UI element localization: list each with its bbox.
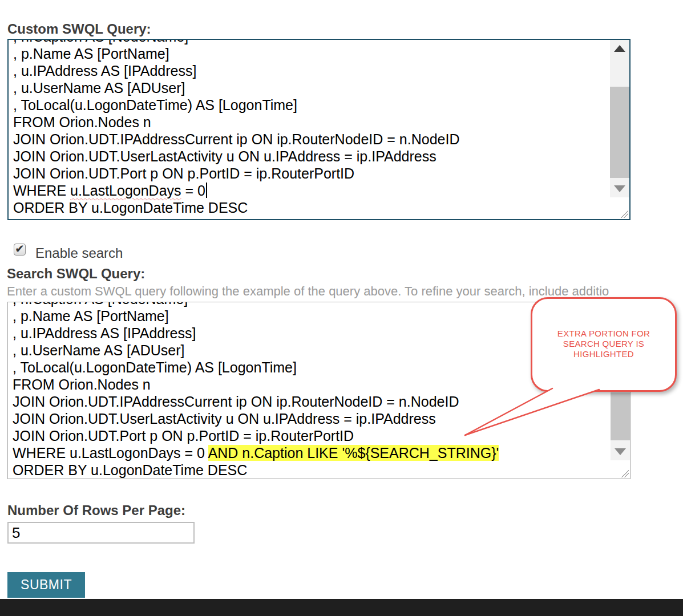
textarea-resize-corner[interactable]	[610, 197, 629, 219]
textarea-resize-corner[interactable]	[611, 460, 630, 479]
rows-per-page-heading: Number Of Rows Per Page:	[7, 502, 185, 518]
resize-grip-icon	[621, 469, 629, 477]
query-line: , ToLocal(u.LogonDateTime) AS [LogonTime…	[13, 359, 499, 376]
enable-search-checkbox[interactable]	[14, 244, 26, 256]
enable-search-label: Enable search	[35, 245, 123, 261]
callout-tail-icon	[456, 386, 611, 443]
query-line: FROM Orion.Nodes n	[13, 114, 459, 131]
query-line: FROM Orion.Nodes n	[13, 376, 499, 393]
custom-query-settings-page: Custom SWQL Query: , n.Caption AS [NodeN…	[0, 0, 683, 616]
query-line: WHERE u.LastLogonDays = 0	[13, 182, 459, 199]
query-line: , u.IPAddress AS [IPAddress]	[13, 325, 499, 342]
query-line: , p.Name AS [PortName]	[13, 45, 459, 62]
query-line: JOIN Orion.UDT.IPAddressCurrent ip ON ip…	[13, 131, 459, 148]
scroll-down-icon[interactable]	[610, 180, 629, 197]
resize-grip-icon	[620, 210, 628, 218]
submit-button[interactable]: SUBMIT	[7, 572, 85, 598]
scrollbar-thumb[interactable]	[611, 392, 630, 440]
custom-query-scrollbar[interactable]	[610, 40, 629, 197]
query-line: , n.Caption AS [NodeName]	[13, 39, 459, 45]
rows-per-page-input[interactable]	[7, 522, 195, 544]
spellcheck-underline: u.LastLogonDays	[70, 183, 181, 198]
query-line: , u.UserName AS [ADUser]	[13, 79, 459, 96]
search-string-highlight: AND n.Caption LIKE '%${SEARCH_STRING}'	[208, 445, 499, 461]
query-line: JOIN Orion.UDT.Port p ON p.PortID = ip.R…	[13, 427, 499, 444]
scroll-down-icon[interactable]	[611, 443, 630, 460]
search-query-text: , n.Caption AS [NodeName], p.Name AS [Po…	[13, 302, 499, 479]
query-line: JOIN Orion.UDT.UserLastActivity u ON u.I…	[13, 410, 499, 427]
query-line: JOIN Orion.UDT.IPAddressCurrent ip ON ip…	[13, 393, 499, 410]
custom-query-textarea[interactable]: , n.Caption AS [NodeName], p.Name AS [Po…	[7, 39, 631, 220]
text-caret	[206, 183, 207, 198]
query-line: , u.UserName AS [ADUser]	[13, 342, 499, 359]
callout-balloon: EXTRA PORTION FOR SEARCH QUERY IS HIGHLI…	[531, 297, 677, 392]
query-line: JOIN Orion.UDT.Port p ON p.PortID = ip.R…	[13, 165, 459, 182]
custom-query-heading: Custom SWQL Query:	[7, 21, 151, 37]
footer-bar	[0, 599, 683, 616]
query-line: ORDER BY u.LogonDateTime DESC	[13, 461, 499, 479]
query-line: , p.Name AS [PortName]	[13, 307, 499, 325]
query-line: ORDER BY u.LogonDateTime DESC	[13, 199, 459, 216]
scrollbar-thumb[interactable]	[610, 87, 629, 178]
callout-text: EXTRA PORTION FOR SEARCH QUERY IS HIGHLI…	[532, 299, 675, 359]
search-query-heading: Search SWQL Query:	[7, 266, 145, 282]
query-line: , ToLocal(u.LogonDateTime) AS [LogonTime…	[13, 96, 459, 114]
scroll-up-icon[interactable]	[610, 40, 629, 57]
custom-query-text: , n.Caption AS [NodeName], p.Name AS [Po…	[13, 39, 459, 216]
query-line: , u.IPAddress AS [IPAddress]	[13, 62, 459, 79]
query-line: , n.Caption AS [NodeName]	[13, 302, 499, 307]
query-line: JOIN Orion.UDT.UserLastActivity u ON u.I…	[13, 148, 459, 165]
query-line: WHERE u.LastLogonDays = 0 AND n.Caption …	[13, 444, 499, 461]
